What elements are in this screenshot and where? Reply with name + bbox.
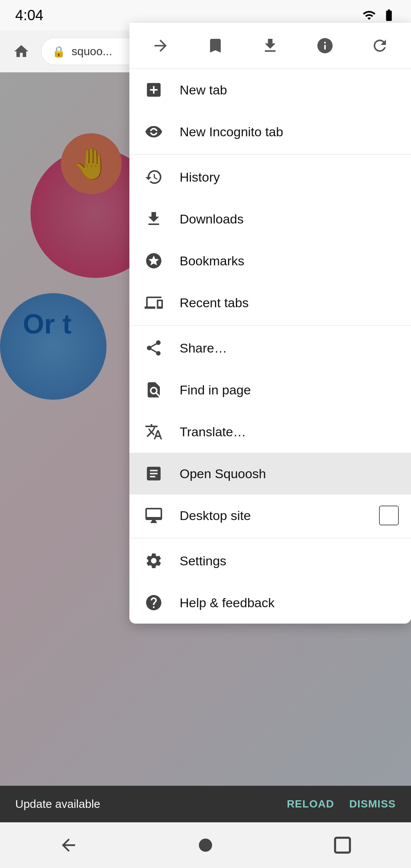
menu-item-label-new-incognito-tab: New Incognito tab bbox=[180, 124, 399, 139]
menu-item-settings[interactable]: Settings bbox=[129, 540, 411, 582]
open-squoosh-icon bbox=[142, 461, 166, 486]
menu-item-new-tab[interactable]: New tab bbox=[129, 69, 411, 111]
menu-divider bbox=[129, 538, 411, 538]
dropdown-toolbar bbox=[129, 23, 411, 69]
help-feedback-icon bbox=[142, 590, 166, 615]
menu-item-share[interactable]: Share… bbox=[129, 327, 411, 369]
menu-item-find-in-page[interactable]: Find in page bbox=[129, 369, 411, 411]
share-icon bbox=[142, 336, 166, 360]
svg-rect-0 bbox=[146, 131, 161, 132]
menu-item-open-squoosh[interactable]: Open Squoosh bbox=[129, 453, 411, 495]
download-button[interactable] bbox=[255, 30, 285, 61]
status-time: 4:04 bbox=[15, 7, 43, 24]
refresh-button[interactable] bbox=[365, 30, 395, 61]
update-bar: Update available RELOAD DISMISS bbox=[0, 786, 411, 822]
menu-divider bbox=[129, 154, 411, 155]
desktop-site-checkbox[interactable] bbox=[379, 506, 399, 525]
menu-item-help-feedback[interactable]: Help & feedback bbox=[129, 582, 411, 624]
menu-item-label-help-feedback: Help & feedback bbox=[180, 595, 399, 610]
menu-item-desktop-site[interactable]: Desktop site bbox=[129, 495, 411, 536]
status-icons bbox=[362, 8, 396, 22]
menu-divider bbox=[129, 325, 411, 326]
nav-bar bbox=[0, 822, 411, 868]
find-in-page-icon bbox=[142, 378, 166, 402]
signal-icon bbox=[362, 8, 376, 22]
menu-item-downloads[interactable]: Downloads bbox=[129, 198, 411, 240]
menu-item-label-desktop-site: Desktop site bbox=[180, 508, 379, 523]
home-nav-button[interactable] bbox=[190, 830, 221, 860]
bookmarks-icon bbox=[142, 249, 166, 273]
menu-item-label-open-squoosh: Open Squoosh bbox=[180, 466, 399, 481]
bookmark-button[interactable] bbox=[200, 30, 231, 61]
menu-item-label-history: History bbox=[180, 170, 399, 185]
back-nav-button[interactable] bbox=[53, 830, 84, 860]
history-icon bbox=[142, 165, 166, 189]
update-actions: RELOAD DISMISS bbox=[287, 798, 396, 810]
settings-icon bbox=[142, 549, 166, 573]
lock-icon: 🔒 bbox=[52, 45, 65, 58]
menu-items-container: New tab New Incognito tabHistoryDownload… bbox=[129, 69, 411, 624]
menu-item-history[interactable]: History bbox=[129, 156, 411, 198]
downloads-icon bbox=[142, 207, 166, 231]
new-tab-icon bbox=[142, 78, 166, 102]
menu-item-label-translate: Translate… bbox=[180, 424, 399, 439]
desktop-site-icon bbox=[142, 503, 166, 528]
translate-icon bbox=[142, 420, 166, 444]
menu-item-label-share: Share… bbox=[180, 341, 399, 356]
menu-item-recent-tabs[interactable]: Recent tabs bbox=[129, 282, 411, 324]
menu-item-new-incognito-tab[interactable]: New Incognito tab bbox=[129, 111, 411, 153]
recent-tabs-icon bbox=[142, 290, 166, 315]
reload-button[interactable]: RELOAD bbox=[287, 798, 334, 810]
dismiss-button[interactable]: DISMISS bbox=[349, 798, 396, 810]
menu-item-label-recent-tabs: Recent tabs bbox=[180, 295, 399, 310]
menu-item-bookmarks[interactable]: Bookmarks bbox=[129, 240, 411, 282]
info-button[interactable] bbox=[310, 30, 340, 61]
menu-item-label-find-in-page: Find in page bbox=[180, 383, 399, 397]
menu-item-label-bookmarks: Bookmarks bbox=[180, 254, 399, 268]
menu-item-translate[interactable]: Translate… bbox=[129, 411, 411, 453]
recents-nav-button[interactable] bbox=[327, 830, 358, 860]
svg-rect-2 bbox=[335, 838, 350, 853]
menu-item-label-new-tab: New tab bbox=[180, 83, 399, 97]
dropdown-menu: New tab New Incognito tabHistoryDownload… bbox=[129, 23, 411, 624]
incognito-icon bbox=[142, 120, 166, 144]
home-button[interactable] bbox=[8, 38, 35, 65]
svg-point-1 bbox=[199, 839, 212, 852]
battery-icon bbox=[382, 8, 396, 22]
forward-button[interactable] bbox=[145, 30, 176, 61]
menu-item-label-settings: Settings bbox=[180, 554, 399, 568]
update-message: Update available bbox=[15, 798, 100, 811]
menu-item-label-downloads: Downloads bbox=[180, 212, 399, 227]
